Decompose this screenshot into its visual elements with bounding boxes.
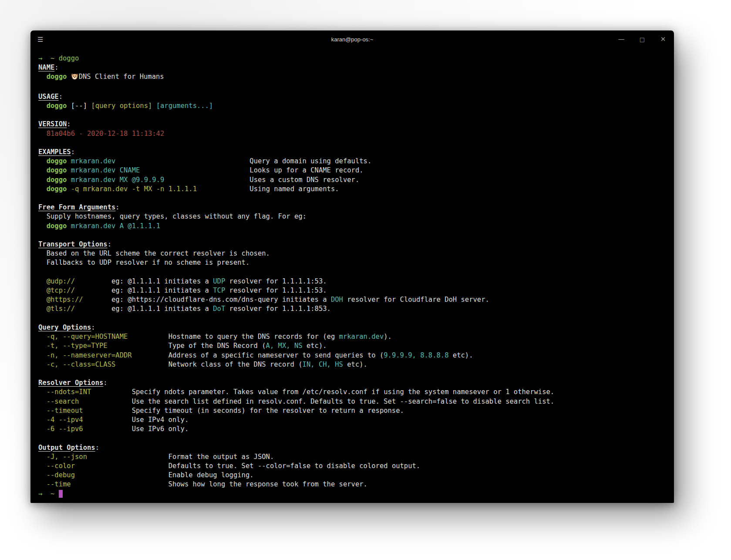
close-button[interactable]: ✕ bbox=[658, 36, 668, 43]
terminal-window: ☰ karan@pop-os:~ — □ ✕ → ~ doggoNAME: do… bbox=[30, 30, 674, 503]
terminal-line: doggo mrkaran.dev CNAME Looks up for a C… bbox=[38, 166, 666, 175]
terminal-line: --color Defaults to true. Set --color=fa… bbox=[38, 462, 666, 471]
terminal-line: @https:// eg: @https://cloudflare-dns.co… bbox=[38, 295, 666, 304]
terminal-line: @udp:// eg: @1.1.1.1 initiates a UDP res… bbox=[38, 277, 666, 286]
terminal-line: Supply hostnames, query types, classes w… bbox=[38, 212, 666, 221]
terminal-line: → ~ doggo bbox=[38, 54, 666, 63]
terminal-line bbox=[38, 314, 666, 323]
terminal-line: doggo [--] [query options] [arguments...… bbox=[38, 101, 666, 111]
terminal-line: doggo -q mrkaran.dev -t MX -n 1.1.1.1 Us… bbox=[38, 185, 666, 194]
terminal-line: → ~ bbox=[38, 489, 666, 499]
terminal-line bbox=[38, 83, 666, 92]
terminal-line: doggo mrkaran.dev Query a domain using d… bbox=[38, 157, 666, 166]
terminal-line: --timeout Specify timeout (in seconds) f… bbox=[38, 406, 666, 415]
minimize-button[interactable]: — bbox=[616, 36, 626, 43]
terminal-line: --ndots=INT Specify ndots parameter. Tak… bbox=[38, 388, 666, 397]
dog-emoji-icon bbox=[71, 73, 78, 83]
terminal-line: 81a04b6 - 2020-12-18 11:13:42 bbox=[38, 129, 666, 138]
terminal-line: -q, --query=HOSTNAME Hostname to query t… bbox=[38, 332, 666, 341]
terminal-line: doggo DNS Client for Humans bbox=[38, 72, 666, 83]
maximize-button[interactable]: □ bbox=[637, 37, 647, 42]
terminal-line bbox=[38, 434, 666, 443]
terminal-line bbox=[38, 138, 666, 148]
hamburger-menu-icon[interactable]: ☰ bbox=[37, 36, 43, 43]
terminal-line: USAGE: bbox=[38, 92, 666, 101]
terminal-line: Query Options: bbox=[38, 323, 666, 332]
terminal-line: -c, --class=CLASS Network class of the D… bbox=[38, 360, 666, 369]
terminal-line: --time Shows how long the response took … bbox=[38, 480, 666, 489]
terminal-line: Transport Options: bbox=[38, 240, 666, 249]
terminal-line: -4 --ipv4 Use IPv4 only. bbox=[38, 415, 666, 425]
terminal-line: doggo mrkaran.dev A @1.1.1.1 bbox=[38, 222, 666, 231]
terminal-line: Fallbacks to UDP resolver if no scheme i… bbox=[38, 258, 666, 267]
terminal-line: doggo mrkaran.dev MX @9.9.9.9 Uses a cus… bbox=[38, 175, 666, 185]
terminal-line: Free Form Arguments: bbox=[38, 203, 666, 212]
terminal-line: NAME: bbox=[38, 63, 666, 72]
terminal-cursor bbox=[59, 490, 63, 498]
terminal-line: EXAMPLES: bbox=[38, 148, 666, 157]
terminal-line: --search Use the search list defined in … bbox=[38, 397, 666, 406]
titlebar[interactable]: ☰ karan@pop-os:~ — □ ✕ bbox=[30, 30, 674, 48]
window-controls: — □ ✕ bbox=[616, 36, 668, 43]
terminal-line bbox=[38, 369, 666, 378]
terminal-line: -6 --ipv6 Use IPv6 only. bbox=[38, 425, 666, 434]
terminal-line: VERSION: bbox=[38, 120, 666, 129]
terminal-line: -n, --nameserver=ADDR Address of a speci… bbox=[38, 351, 666, 360]
terminal-line bbox=[38, 111, 666, 120]
terminal-line bbox=[38, 194, 666, 203]
terminal-line: @tls:// eg: @1.1.1.1 initiates a DoT res… bbox=[38, 304, 666, 314]
terminal-line: -t, --type=TYPE Type of the DNS Record (… bbox=[38, 341, 666, 351]
terminal-screen[interactable]: → ~ doggoNAME: doggo DNS Client for Huma… bbox=[30, 48, 674, 503]
terminal-line: Output Options: bbox=[38, 443, 666, 452]
terminal-line: -J, --json Format the output as JSON. bbox=[38, 452, 666, 462]
terminal-line: Based on the URL scheme the correct reso… bbox=[38, 249, 666, 258]
terminal-line: Resolver Options: bbox=[38, 378, 666, 388]
terminal-line bbox=[38, 231, 666, 240]
terminal-line: --debug Enable debug logging. bbox=[38, 471, 666, 480]
terminal-line bbox=[38, 268, 666, 277]
terminal-line: @tcp:// eg: @1.1.1.1 initiates a TCP res… bbox=[38, 286, 666, 295]
window-title: karan@pop-os:~ bbox=[30, 36, 674, 43]
